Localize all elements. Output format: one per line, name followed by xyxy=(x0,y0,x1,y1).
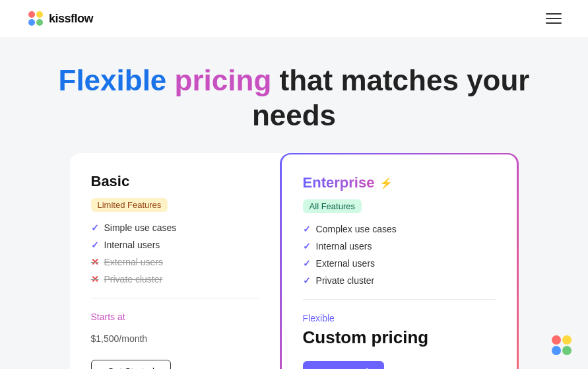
svg-point-4 xyxy=(552,335,561,345)
enterprise-price: Custom pricing xyxy=(303,327,496,348)
basic-price-value: $1,500 xyxy=(91,333,119,344)
enterprise-card-title: Enterprise ⚡ xyxy=(303,174,496,191)
svg-point-2 xyxy=(28,19,35,26)
enterprise-feature-1-text: Complex use cases xyxy=(316,224,397,234)
basic-cta-button[interactable]: Get Started xyxy=(91,360,172,369)
hero-title-pricing: pricing xyxy=(175,64,272,96)
navbar: kissflow xyxy=(0,0,588,37)
enterprise-feature-1: ✓ Complex use cases xyxy=(303,224,496,234)
svg-point-7 xyxy=(562,346,572,355)
cards-wrapper: Basic Limited Features ✓ Simple use case… xyxy=(70,153,519,369)
enterprise-divider xyxy=(303,299,496,300)
basic-price-label: Starts at xyxy=(91,312,259,322)
enterprise-badge: All Features xyxy=(303,199,362,213)
enterprise-feature-3: ✓ External users xyxy=(303,258,496,269)
basic-feature-1: ✓ Simple use cases xyxy=(91,222,259,233)
check-icon-1: ✓ xyxy=(91,222,99,233)
svg-point-0 xyxy=(28,11,35,18)
hero-title-rest: that matches your needs xyxy=(252,64,530,131)
check-icon-e2: ✓ xyxy=(303,241,311,252)
logo-text: kissflow xyxy=(49,12,93,26)
hamburger-line-2 xyxy=(546,18,562,19)
basic-feature-4: ✕ Private cluster xyxy=(91,274,259,285)
bottom-logo-icon xyxy=(548,332,575,358)
hamburger-line-1 xyxy=(546,13,562,15)
basic-features-list: ✓ Simple use cases ✓ Internal users ✕ Ex… xyxy=(91,222,259,285)
basic-price: $1,500/month xyxy=(91,326,259,347)
hero-section: Flexible pricing that matches your needs xyxy=(0,37,588,153)
hamburger-button[interactable] xyxy=(546,13,562,24)
basic-feature-3: ✕ External users xyxy=(91,257,259,267)
basic-price-period: /month xyxy=(119,333,147,344)
cross-icon-1: ✕ xyxy=(91,257,99,267)
hero-title: Flexible pricing that matches your needs xyxy=(26,63,562,133)
enterprise-feature-4-text: Private cluster xyxy=(316,275,375,286)
basic-feature-4-text: Private cluster xyxy=(104,274,163,285)
check-icon-2: ✓ xyxy=(91,240,99,250)
enterprise-features-list: ✓ Complex use cases ✓ Internal users ✓ E… xyxy=(303,224,496,286)
basic-divider xyxy=(91,298,259,298)
svg-point-5 xyxy=(562,335,572,345)
enterprise-feature-4: ✓ Private cluster xyxy=(303,275,496,286)
check-icon-e1: ✓ xyxy=(303,224,311,234)
hamburger-line-3 xyxy=(546,22,562,24)
enterprise-title-text: Enterprise xyxy=(303,174,375,191)
enterprise-feature-2: ✓ Internal users xyxy=(303,241,496,252)
cross-icon-2: ✕ xyxy=(91,274,99,285)
svg-point-6 xyxy=(552,346,561,355)
basic-badge: Limited Features xyxy=(91,198,168,212)
enterprise-card-wrapper: Enterprise ⚡ All Features ✓ Complex use … xyxy=(280,153,518,369)
enterprise-cta-button[interactable]: Get Started xyxy=(303,361,384,369)
basic-feature-2: ✓ Internal users xyxy=(91,240,259,250)
logo-icon xyxy=(26,9,45,28)
svg-point-1 xyxy=(36,11,43,18)
logo: kissflow xyxy=(26,9,93,28)
enterprise-feature-2-text: Internal users xyxy=(316,241,372,252)
basic-card: Basic Limited Features ✓ Simple use case… xyxy=(70,153,280,369)
lightning-icon: ⚡ xyxy=(379,177,393,189)
svg-point-3 xyxy=(36,19,43,26)
check-icon-e3: ✓ xyxy=(303,258,311,269)
basic-card-title: Basic xyxy=(91,173,259,190)
enterprise-feature-3-text: External users xyxy=(316,258,375,269)
basic-feature-2-text: Internal users xyxy=(104,240,160,250)
hero-title-flexible: Flexible xyxy=(59,64,167,96)
check-icon-e4: ✓ xyxy=(303,275,311,286)
enterprise-price-label: Flexible xyxy=(303,313,496,323)
basic-feature-1-text: Simple use cases xyxy=(104,222,177,233)
pricing-section: Basic Limited Features ✓ Simple use case… xyxy=(0,153,588,369)
basic-feature-3-text: External users xyxy=(104,257,163,267)
enterprise-card: Enterprise ⚡ All Features ✓ Complex use … xyxy=(282,154,517,369)
